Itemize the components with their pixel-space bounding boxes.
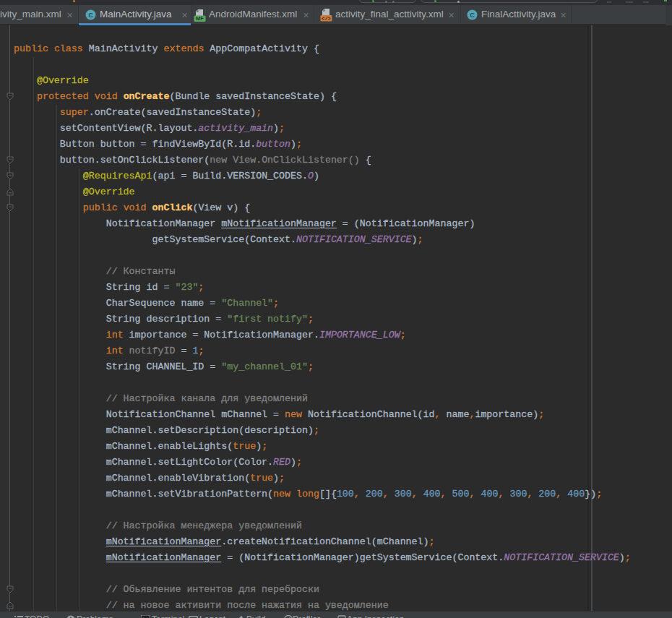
svg-text:C: C [470, 12, 475, 19]
svg-text:MF: MF [196, 15, 204, 22]
svg-text:C: C [88, 12, 93, 19]
svg-text:</>: </> [322, 16, 331, 22]
